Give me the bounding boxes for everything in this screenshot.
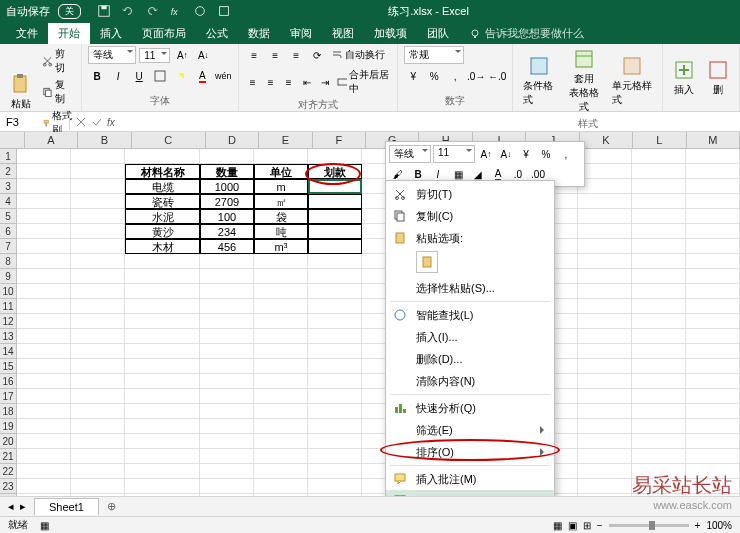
cell[interactable] [632,359,686,374]
cell[interactable] [71,374,125,389]
font-name-select[interactable]: 等线 [88,46,136,64]
wrap-text-button[interactable]: 自动换行 [329,47,387,63]
cell[interactable] [578,389,632,404]
paste-option-all[interactable] [416,251,438,273]
cell[interactable] [71,449,125,464]
cell[interactable] [125,269,200,284]
cell[interactable]: 234 [200,224,254,239]
cell[interactable] [308,344,362,359]
cell[interactable]: m [254,179,308,194]
cell[interactable] [125,449,200,464]
cell[interactable] [125,254,200,269]
cell[interactable] [632,404,686,419]
cell[interactable] [71,254,125,269]
mini-currency-icon[interactable]: ¥ [517,145,535,163]
tab-file[interactable]: 文件 [6,23,48,44]
save-icon[interactable] [97,4,111,18]
cell[interactable] [308,479,362,494]
undo-icon[interactable] [121,4,135,18]
cell[interactable] [308,284,362,299]
cell[interactable] [686,254,740,269]
view-layout-icon[interactable]: ▣ [568,520,577,531]
menu-item[interactable]: 排序(O) [386,441,554,463]
cell[interactable] [308,464,362,479]
row-header[interactable]: 5 [0,209,17,224]
cell[interactable] [578,374,632,389]
cell[interactable] [17,269,71,284]
cell[interactable] [578,194,632,209]
mini-size-select[interactable]: 11 [433,145,475,163]
row-header[interactable]: 7 [0,239,17,254]
cell[interactable] [578,284,632,299]
cell[interactable] [125,404,200,419]
cell[interactable] [71,164,125,179]
cell[interactable] [200,449,254,464]
cell[interactable] [578,164,632,179]
row-header[interactable]: 20 [0,434,17,449]
cell[interactable] [17,314,71,329]
cell[interactable] [632,449,686,464]
cell[interactable] [17,344,71,359]
cell[interactable] [71,389,125,404]
cell[interactable] [71,209,125,224]
fill-color-button[interactable] [172,67,190,85]
cell[interactable] [632,329,686,344]
paste-button[interactable]: 粘贴 [6,71,36,113]
row-header[interactable]: 14 [0,344,17,359]
cell[interactable] [632,179,686,194]
cell[interactable]: 划款 [308,164,362,179]
add-sheet-button[interactable]: ⊕ [99,500,124,513]
cell[interactable] [254,254,308,269]
col-header[interactable]: C [132,132,206,148]
cell[interactable] [200,419,254,434]
cell[interactable] [125,359,200,374]
cell[interactable]: 单位 [254,164,308,179]
cell[interactable] [200,374,254,389]
cell[interactable] [71,149,125,164]
row-header[interactable]: 12 [0,314,17,329]
menu-item[interactable]: 插入批注(M) [386,468,554,490]
row-header[interactable]: 6 [0,224,17,239]
autosave-toggle[interactable]: 关 [58,4,81,19]
fx-insert-icon[interactable]: fx [106,115,120,129]
cell[interactable] [686,344,740,359]
col-header[interactable]: L [633,132,686,148]
cell[interactable] [578,299,632,314]
inc-decimal-icon[interactable]: .0→ [467,67,485,85]
cell[interactable] [17,479,71,494]
col-header[interactable]: K [580,132,633,148]
cell[interactable] [71,299,125,314]
cell[interactable] [200,344,254,359]
cell[interactable] [71,239,125,254]
cell[interactable] [17,389,71,404]
cell[interactable] [308,299,362,314]
cell[interactable] [71,329,125,344]
cell[interactable] [254,344,308,359]
cancel-icon[interactable] [74,115,88,129]
cell[interactable] [308,419,362,434]
cell[interactable] [686,404,740,419]
menu-item[interactable]: 粘贴选项: [386,227,554,249]
copy-button[interactable]: 复制 [40,77,75,107]
cell[interactable] [200,479,254,494]
row-header[interactable]: 2 [0,164,17,179]
cell[interactable] [200,464,254,479]
menu-item[interactable]: 智能查找(L) [386,304,554,326]
align-middle-icon[interactable]: ≡ [266,46,284,64]
menu-item[interactable]: 快速分析(Q) [386,397,554,419]
view-normal-icon[interactable]: ▦ [553,520,562,531]
sheet-tab[interactable]: Sheet1 [34,498,99,515]
menu-item[interactable]: 复制(C) [386,205,554,227]
cell[interactable] [578,344,632,359]
zoom-in-button[interactable]: + [695,520,701,531]
cell[interactable] [686,269,740,284]
cell[interactable]: 木材 [125,239,200,254]
align-center-icon[interactable]: ≡ [263,73,278,91]
cell[interactable] [578,239,632,254]
italic-button[interactable]: I [109,67,127,85]
cell[interactable] [308,329,362,344]
cell[interactable] [200,404,254,419]
cell[interactable] [578,269,632,284]
cell[interactable] [17,179,71,194]
tab-formulas[interactable]: 公式 [196,23,238,44]
